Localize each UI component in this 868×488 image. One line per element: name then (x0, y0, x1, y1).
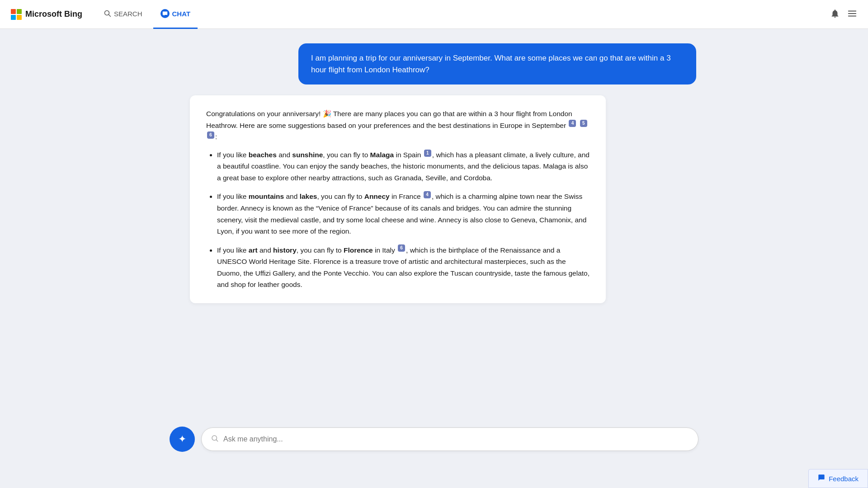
bing-logo-squares (11, 9, 22, 20)
response-card: Congratulations on your anniversary! 🎉 T… (190, 95, 606, 303)
navbar: Microsoft Bing SEARCH CHAT (0, 0, 868, 29)
search-icon (104, 10, 111, 17)
search-input[interactable] (223, 435, 689, 443)
logo[interactable]: Microsoft Bing (11, 9, 82, 20)
citation-6[interactable]: 6 (207, 131, 214, 139)
bing-btn-icon: ✦ (178, 433, 186, 445)
nav-chat[interactable]: CHAT (153, 0, 198, 29)
list-item-annecy: If you like mountains and lakes, you can… (217, 191, 590, 237)
bold-art: art (249, 246, 258, 254)
logo-text: Microsoft Bing (25, 9, 82, 19)
nav-right (830, 9, 857, 20)
chat-icon (162, 11, 168, 16)
citation-6b[interactable]: 6 (398, 244, 405, 252)
logo-square-green (17, 9, 22, 14)
response-wrapper: Congratulations on your anniversary! 🎉 T… (154, 95, 714, 303)
bold-mountains: mountains (249, 192, 284, 200)
citation-4[interactable]: 4 (569, 120, 576, 127)
bold-lakes: lakes (300, 192, 317, 200)
nav-search-label: SEARCH (114, 10, 142, 18)
search-input-wrap (201, 427, 698, 451)
svg-line-1 (109, 15, 111, 17)
input-search-icon (211, 434, 219, 445)
citation-4b[interactable]: 4 (424, 191, 431, 198)
list-item-malaga: If you like beaches and sunshine, you ca… (217, 149, 590, 184)
feedback-button[interactable]: Feedback (808, 469, 868, 488)
response-list: If you like beaches and sunshine, you ca… (206, 149, 590, 291)
chat-area: I am planning a trip for our anniversary… (118, 43, 750, 303)
chat-icon-circle (160, 9, 170, 18)
nav-search[interactable]: SEARCH (97, 0, 150, 29)
main-content: I am planning a trip for our anniversary… (0, 29, 868, 488)
bold-history: history (273, 246, 297, 254)
response-intro: Congratulations on your anniversary! 🎉 T… (206, 108, 590, 143)
notification-bell-icon[interactable] (830, 9, 840, 20)
bold-malaga: Malaga (370, 151, 394, 159)
bold-annecy: Annecy (364, 192, 390, 200)
user-message-wrap: I am planning a trip for our anniversary… (154, 43, 714, 84)
bold-sunshine: sunshine (292, 151, 323, 159)
bold-beaches: beaches (249, 151, 277, 159)
nav-items: SEARCH CHAT (97, 0, 198, 29)
svg-line-6 (216, 440, 217, 441)
logo-square-red (11, 9, 16, 14)
feedback-icon (818, 474, 825, 483)
input-area: ✦ (0, 427, 868, 452)
citation-1[interactable]: 1 (424, 150, 431, 157)
hamburger-menu-icon[interactable] (847, 9, 857, 20)
logo-square-blue (11, 15, 16, 20)
bold-florence: Florence (344, 246, 373, 254)
nav-chat-label: CHAT (172, 10, 191, 18)
logo-square-yellow (17, 15, 22, 20)
user-message: I am planning a trip for our anniversary… (298, 43, 696, 84)
citation-5[interactable]: 5 (580, 120, 587, 127)
bing-button[interactable]: ✦ (170, 427, 195, 452)
list-item-florence: If you like art and history, you can fly… (217, 244, 590, 291)
feedback-label: Feedback (829, 475, 859, 483)
